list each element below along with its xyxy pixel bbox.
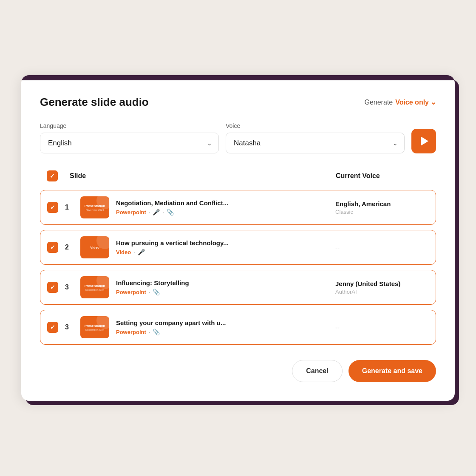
modal-title: Generate slide audio bbox=[40, 96, 149, 109]
paperclip-icon: 📎 bbox=[153, 329, 160, 335]
thumb-label: Video bbox=[90, 246, 99, 249]
select-all-checkbox[interactable]: ✓ bbox=[47, 170, 58, 181]
slide-meta: Powerpoint · 🎤·📎 bbox=[116, 209, 335, 215]
voice-only-button[interactable]: Voice only ⌄ bbox=[395, 98, 436, 106]
voice-style: Classic bbox=[335, 209, 429, 215]
modal: Generate slide audio Generate Voice only… bbox=[21, 75, 455, 401]
mic-icon: 🎤 bbox=[138, 249, 145, 255]
meta-dot: · bbox=[162, 209, 164, 215]
voice-name: English, American bbox=[335, 200, 429, 207]
generate-label: Generate bbox=[364, 99, 393, 106]
slide-meta: Powerpoint · 📎 bbox=[116, 329, 335, 335]
fields-row: Language English Spanish French ⌄ Voice bbox=[40, 122, 436, 153]
checkmark-icon: ✓ bbox=[50, 204, 55, 211]
chevron-down-icon: ⌄ bbox=[431, 98, 436, 106]
voice-select[interactable]: Natasha Jenny David bbox=[226, 133, 405, 153]
voice-field-group: Voice Natasha Jenny David ⌄ bbox=[226, 122, 405, 153]
row-checkbox-3[interactable]: ✓ bbox=[47, 322, 58, 333]
paperclip-icon: 📎 bbox=[153, 289, 160, 295]
modal-top-bar bbox=[21, 75, 455, 80]
voice-label: Voice bbox=[226, 122, 405, 129]
row-checkbox-2[interactable]: ✓ bbox=[47, 282, 58, 293]
row-number: 3 bbox=[65, 283, 74, 291]
voice-style: AuthorAI bbox=[335, 289, 429, 295]
slide-info: Negotiation, Mediation and Conflict... P… bbox=[116, 199, 335, 215]
language-select[interactable]: English Spanish French bbox=[40, 133, 219, 153]
thumb-label: Presentation bbox=[85, 324, 105, 328]
slide-voice-info: Jenny (United States) AuthorAI bbox=[335, 280, 429, 295]
mic-icon: 🎤 bbox=[153, 209, 160, 215]
thumb-sublabel: November 2024 bbox=[86, 209, 104, 211]
checkmark-icon: ✓ bbox=[50, 284, 55, 291]
table-row: ✓ 1 Presentation November 2024 Negotiati… bbox=[40, 190, 436, 225]
language-field-group: Language English Spanish French ⌄ bbox=[40, 122, 219, 153]
slide-thumbnail: Video bbox=[80, 236, 109, 258]
language-label: Language bbox=[40, 122, 219, 129]
slide-voice-info: -- bbox=[335, 324, 429, 331]
slide-thumbnail: Presentation November 2024 bbox=[80, 196, 109, 218]
meta-type: Powerpoint bbox=[116, 289, 146, 295]
thumb-label: Presentation bbox=[85, 204, 105, 208]
voice-name: Jenny (United States) bbox=[335, 280, 429, 287]
meta-separator: · bbox=[149, 329, 150, 335]
slide-voice-info: -- bbox=[335, 244, 429, 251]
slide-title: How pursuing a vertical technology... bbox=[116, 239, 335, 246]
slide-title: Setting your company apart with u... bbox=[116, 319, 335, 326]
modal-container: Generate slide audio Generate Voice only… bbox=[21, 75, 455, 401]
cancel-button[interactable]: Cancel bbox=[292, 360, 342, 382]
play-icon bbox=[421, 136, 428, 146]
checkmark-icon: ✓ bbox=[50, 324, 55, 331]
voice-dash: -- bbox=[335, 324, 429, 331]
row-number: 3 bbox=[65, 323, 74, 331]
table-row: ✓ 3 Presentation September 2024 Setting … bbox=[40, 310, 436, 345]
voice-only-label: Voice only bbox=[395, 99, 429, 106]
modal-footer: Cancel Generate and save bbox=[40, 360, 436, 382]
meta-separator: · bbox=[149, 209, 150, 215]
meta-separator: · bbox=[149, 289, 150, 295]
row-number: 2 bbox=[65, 244, 74, 251]
checkmark-icon: ✓ bbox=[50, 173, 55, 179]
meta-type: Powerpoint bbox=[116, 209, 146, 215]
slide-meta: Powerpoint · 📎 bbox=[116, 289, 335, 295]
slide-thumbnail: Presentation September 2024 bbox=[80, 316, 109, 338]
paperclip-icon: 📎 bbox=[167, 209, 174, 215]
meta-type: Powerpoint bbox=[116, 329, 146, 335]
checkmark-icon: ✓ bbox=[50, 244, 55, 251]
table-header: ✓ Slide Current Voice bbox=[40, 165, 436, 187]
slide-thumbnail: Presentation September 2024 bbox=[80, 276, 109, 298]
slide-voice-info: English, American Classic bbox=[335, 200, 429, 215]
row-number: 1 bbox=[65, 204, 74, 211]
slide-title: Negotiation, Mediation and Conflict... bbox=[116, 199, 335, 207]
play-button[interactable] bbox=[411, 129, 436, 153]
slide-info: How pursuing a vertical technology... Vi… bbox=[116, 239, 335, 255]
row-checkbox-1[interactable]: ✓ bbox=[47, 242, 58, 253]
modal-body: Generate slide audio Generate Voice only… bbox=[21, 80, 455, 401]
col-voice-header: Current Voice bbox=[336, 172, 429, 180]
slide-info: Setting your company apart with u... Pow… bbox=[116, 319, 335, 335]
slide-info: Influencing: Storytelling Powerpoint · 📎 bbox=[116, 279, 335, 295]
table-row: ✓ 2 Video How pursuing a vertical techno… bbox=[40, 230, 436, 265]
col-slide-header: Slide bbox=[70, 172, 336, 180]
voice-dash: -- bbox=[335, 244, 429, 251]
voice-select-wrapper: Natasha Jenny David ⌄ bbox=[226, 133, 405, 153]
thumb-label: Presentation bbox=[85, 284, 105, 288]
thumb-sublabel: September 2024 bbox=[85, 329, 104, 331]
slide-meta: Video · 🎤 bbox=[116, 249, 335, 255]
row-checkbox-0[interactable]: ✓ bbox=[47, 202, 58, 213]
generate-save-button[interactable]: Generate and save bbox=[348, 360, 436, 382]
table-row: ✓ 3 Presentation September 2024 Influenc… bbox=[40, 270, 436, 305]
slide-title: Influencing: Storytelling bbox=[116, 279, 335, 286]
thumb-sublabel: September 2024 bbox=[85, 289, 104, 291]
meta-type: Video bbox=[116, 249, 131, 255]
meta-separator: · bbox=[133, 249, 135, 255]
language-select-wrapper: English Spanish French ⌄ bbox=[40, 133, 219, 153]
slide-rows: ✓ 1 Presentation November 2024 Negotiati… bbox=[40, 190, 436, 345]
generate-row: Generate Voice only ⌄ bbox=[364, 98, 436, 106]
modal-header: Generate slide audio Generate Voice only… bbox=[40, 96, 436, 109]
